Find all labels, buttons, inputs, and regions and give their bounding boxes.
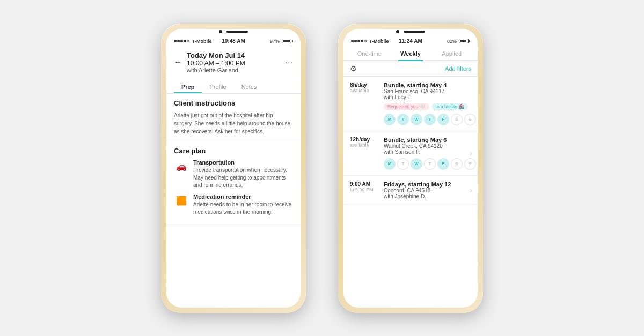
battery-area-right: 82%	[447, 39, 470, 44]
tab-weekly[interactable]: Weekly	[390, 46, 431, 60]
job-time-main-3: 9:00 AM	[350, 181, 379, 187]
job-details-2: Bundle, starting May 6 Walnut Creek, CA …	[384, 137, 476, 170]
day-pills-1: M T W T F S S	[384, 114, 476, 125]
camera-left	[219, 30, 222, 33]
menu-dots[interactable]: ···	[285, 58, 293, 66]
battery-icon-left	[282, 39, 293, 43]
signal-dot-empty	[364, 40, 367, 42]
battery-pct-right: 82%	[447, 39, 457, 44]
transportation-icon: 🚗	[174, 159, 189, 174]
speaker-left	[226, 31, 248, 33]
lp-header: ← Today Mon Jul 14 10:00 AM – 1:00 PM wi…	[166, 46, 301, 79]
signal-dot-empty	[187, 40, 189, 42]
day-pills-2: M T W T F S S	[384, 158, 476, 170]
status-left-right: T-Mobile	[351, 39, 389, 44]
signal-dot	[180, 40, 183, 42]
phone-notch-right	[343, 29, 478, 35]
back-button[interactable]: ←	[174, 57, 182, 67]
day-pill-S2: S	[464, 114, 476, 125]
time-left: 10:48 AM	[222, 38, 245, 44]
lp-tabs: Prep Profile Notes	[166, 79, 301, 94]
status-bar-left: T-Mobile 10:48 AM 97%	[166, 35, 301, 46]
signal-dot	[177, 40, 180, 42]
job-card-1[interactable]: 8h/day available Bundle, starting May 4 …	[343, 77, 478, 131]
rp-tabs: One-time Weekly Applied	[343, 46, 478, 61]
care-item-title-med: Medication reminder	[193, 193, 293, 200]
job-card-2[interactable]: 12h/day available Bundle, starting May 6…	[343, 131, 478, 176]
job-time-main-2: 12h/day	[350, 137, 379, 143]
camera-right	[396, 30, 399, 33]
day-pill-W: W	[411, 114, 422, 125]
day-pill-T: T	[397, 114, 409, 125]
job-location-3: Concord, CA 94518	[384, 188, 471, 193]
tab-notes[interactable]: Notes	[234, 79, 265, 93]
care-item-desc-med: Arlette needs to be in her room to recei…	[193, 201, 293, 216]
scene: T-Mobile 10:48 AM 97%	[150, 13, 494, 324]
speaker-right	[404, 31, 425, 33]
job-time-1: 8h/day available	[350, 82, 379, 93]
carrier-right: T-Mobile	[369, 39, 389, 44]
day-pill-S4: S	[464, 158, 476, 170]
right-phone-content: One-time Weekly Applied ⚙ Add filters 8h…	[343, 46, 478, 308]
filter-icon[interactable]: ⚙	[350, 64, 357, 73]
job-tags-1: Requested you 🤍 In a facility 🏥	[384, 103, 476, 110]
signal-dot	[184, 40, 186, 42]
care-item-title-transport: Transportation	[193, 159, 293, 166]
job-title-1: Bundle, starting May 4	[384, 82, 476, 88]
job-title-2: Bundle, starting May 6	[384, 137, 476, 143]
job-details-3: Fridays, starting May 12 Concord, CA 945…	[384, 181, 471, 199]
battery-pct-left: 97%	[270, 39, 280, 44]
job-with-1: with Lucy T.	[384, 94, 476, 100]
job-location-1: San Francisco, CA 94117	[384, 88, 476, 94]
job-list: 8h/day available Bundle, starting May 4 …	[343, 77, 478, 295]
add-filters-button[interactable]: Add filters	[445, 65, 471, 72]
tab-one-time[interactable]: One-time	[349, 46, 390, 60]
care-item-desc-transport: Provide transportation when necessary. M…	[193, 167, 293, 189]
tab-prep[interactable]: Prep	[174, 79, 202, 93]
day-pill-T2: T	[424, 114, 436, 125]
filter-bar: ⚙ Add filters	[343, 61, 478, 77]
client-instructions-section: Client instructions Arlette just got out…	[166, 94, 301, 141]
day-pill-F2: F	[437, 158, 449, 170]
carrier-left: T-Mobile	[192, 39, 212, 44]
job-card-3[interactable]: 9:00 AM to 5:00 PM Fridays, starting May…	[343, 176, 478, 205]
day-pill-M2: M	[384, 158, 396, 170]
battery-area-left: 97%	[270, 39, 293, 44]
day-pill-W2: W	[411, 158, 422, 170]
medication-icon: 🟧	[174, 193, 189, 208]
job-location-2: Walnut Creek, CA 94120	[384, 143, 476, 149]
phone-notch-left	[166, 29, 301, 35]
day-pill-M: M	[384, 114, 396, 125]
time-range: 10:00 AM – 1:00 PM	[187, 59, 285, 67]
client-instructions-title: Client instructions	[174, 99, 293, 107]
signal-dot	[357, 40, 360, 42]
status-bar-right: T-Mobile 11:24 AM 82%	[343, 35, 478, 46]
left-phone: T-Mobile 10:48 AM 97%	[161, 24, 306, 313]
tab-applied[interactable]: Applied	[431, 46, 472, 60]
left-phone-content: ← Today Mon Jul 14 10:00 AM – 1:00 PM wi…	[166, 46, 301, 308]
tag-facility: In a facility 🏥	[432, 103, 469, 110]
chevron-right-3: ›	[470, 186, 472, 195]
job-time-2: 12h/day available	[350, 137, 379, 148]
client-instructions-text: Arlette just got out of the hospital aft…	[174, 111, 293, 136]
right-phone: T-Mobile 11:24 AM 82% One-tim	[338, 24, 483, 313]
day-pill-T4: T	[424, 158, 436, 170]
tab-profile[interactable]: Profile	[202, 79, 233, 93]
job-details-1: Bundle, starting May 4 San Francisco, CA…	[384, 82, 476, 125]
status-left-left: T-Mobile	[174, 39, 212, 44]
care-item-medication: 🟧 Medication reminder Arlette needs to b…	[174, 193, 293, 216]
signal-dot	[174, 40, 177, 42]
battery-icon-right	[459, 39, 470, 43]
signal-dot	[354, 40, 357, 42]
job-time-sub-3: to 5:00 PM	[350, 187, 379, 192]
job-time-3: 9:00 AM to 5:00 PM	[350, 181, 379, 192]
day-pill-S3: S	[451, 158, 463, 170]
job-with-3: with Josephine D.	[384, 193, 471, 199]
day-pill-T3: T	[397, 158, 409, 170]
job-time-sub-2: available	[350, 143, 379, 148]
chevron-right-2: ›	[470, 149, 472, 158]
care-plan-section: Care plan 🚗 Transportation Provide trans…	[166, 141, 301, 226]
care-plan-title: Care plan	[174, 147, 293, 155]
tag-requested: Requested you 🤍	[384, 103, 429, 110]
time-right: 11:24 AM	[399, 38, 422, 44]
